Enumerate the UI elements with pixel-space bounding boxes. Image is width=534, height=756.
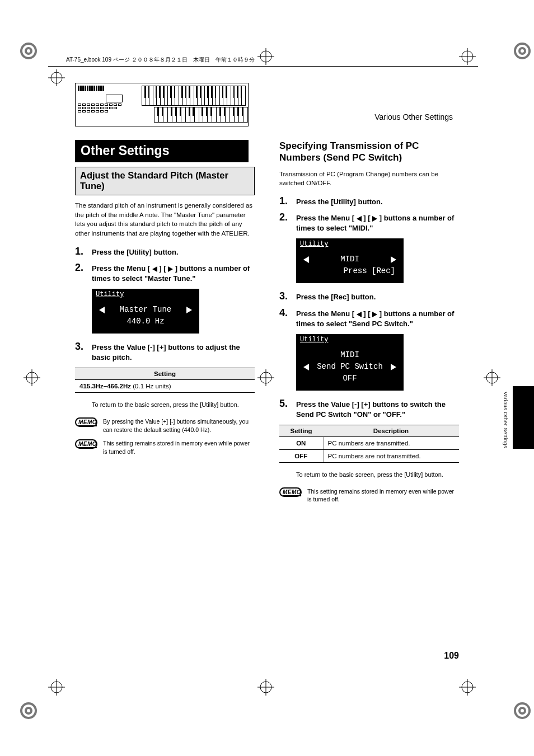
left-arrow-icon [303,256,309,263]
right-arrow-icon [391,256,396,263]
step-text: Press the [Rec] button. [296,291,376,302]
setting-table: Setting 415.3Hz–466.2Hz (0.1 Hz units) [75,368,255,393]
memo-text: This setting remains stored in memory ev… [307,487,459,504]
step-text-fragment: Press the Menu [ [296,214,357,222]
step-number: 2. [279,212,292,222]
memo-badge-icon: MEMO [75,417,97,427]
step-4: 4. Press the Menu [ ] [ ] buttons a numb… [279,308,459,328]
registration-mark-icon [19,41,38,60]
memo-text: This setting remains stored in memory ev… [103,439,255,456]
step-number: 1. [75,246,87,256]
step-2: 2. Press the Menu [ ] [ ] buttons a numb… [75,262,255,283]
memo-item: MEMO This setting remains stored in memo… [279,487,459,504]
table-header: Setting [75,368,255,380]
print-header-text: AT-75_e.book 109 ページ ２００８年８月２１日 木曜日 午前１０… [66,56,255,64]
right-arrow-outline-icon [391,364,396,370]
lcd-line2: 440.0 Hz [127,316,164,327]
step-text: Press the Value [-] [+] buttons to adjus… [92,341,255,362]
table-header-description: Description [323,425,459,437]
lcd-line3: OFF [343,373,357,384]
lcd-line2: Send PC Switch [317,361,383,373]
keyboard-upper-icon [142,86,246,106]
left-arrow-outline-icon [303,364,309,370]
right-arrow-icon [168,266,173,272]
table-value-rest: (0.1 Hz units) [131,383,171,389]
lcd-title: Utility [297,335,403,345]
setting-description-table: Setting Description ON PC numbers are tr… [279,425,459,463]
svg-point-3 [27,49,30,53]
step-text: Press the Menu [ ] [ ] buttons a number … [296,308,459,328]
svg-point-7 [521,49,524,53]
keyboard-lower-icon [154,107,248,123]
memo-item: MEMO This setting remains stored in memo… [75,439,255,456]
product-illustration [75,83,249,126]
header-rule [48,66,478,67]
section-title-send-pc: Specifying Transmission of PC Numbers (S… [279,140,459,164]
lcd-line2: Press [Rec] [300,265,400,277]
lcd-title: Utility [92,289,199,299]
step-number: 1. [279,196,292,206]
step-5: 5. Press the Value [-] [+] buttons to sw… [279,398,459,419]
memo-text: By pressing the Value [+] [-] buttons si… [103,417,255,434]
table-row: OFF PC numbers are not transmitted. [279,450,459,463]
step-text: Press the Menu [ ] [ ] buttons a number … [296,212,459,233]
table-cell-setting: OFF [279,450,323,463]
crosshair-icon [48,69,65,86]
left-arrow-icon [99,307,105,313]
lcd-line1: Master Tune [120,304,171,316]
crosshair-icon [48,679,65,696]
table-cell-description: PC numbers are transmitted. [323,437,459,450]
step-number: 5. [279,398,292,408]
lcd-line1: MIDI [340,253,359,265]
step-text-fragment: ] [ [362,309,373,318]
memo-badge-icon: MEMO [75,439,97,449]
crosshair-icon [484,369,500,386]
step-1: 1. Press the [Utility] button. [279,196,459,207]
table-header-setting: Setting [279,425,323,437]
step-text-fragment: ] [ [157,264,168,273]
crosshair-icon [459,679,476,696]
section-intro: Transmission of PC (Program Change) numb… [279,170,459,188]
registration-mark-icon [513,701,532,720]
lcd-master-tune: Utility Master Tune 440.0 Hz [92,289,199,334]
step-text-fragment: ] [ [362,214,373,222]
side-tab-label: Various Other Settings [503,392,508,448]
table-row: ON PC numbers are transmitted. [279,437,459,450]
crosshair-icon [459,48,476,65]
section-title-master-tune: Adjust the Standard Pitch (Master Tune) [75,167,255,195]
table-cell-setting: ON [279,437,323,450]
step-3: 3. Press the Value [-] [+] buttons to ad… [75,341,255,362]
svg-point-11 [27,709,30,712]
lcd-title: Utility [297,239,403,249]
step-text: Press the [Utility] button. [92,246,179,257]
registration-mark-icon [19,701,38,720]
memo-item: MEMO By pressing the Value [+] [-] butto… [75,417,255,434]
step-number: 3. [279,291,292,301]
left-arrow-icon [357,312,362,317]
page-number: 109 [444,651,459,661]
lcd-midi: Utility MIDI Press [Rec] [296,238,404,283]
chapter-title: Other Settings [75,140,249,162]
step-text: Press the [Utility] button. [296,196,383,207]
step-1: 1. Press the [Utility] button. [75,246,255,257]
right-arrow-icon [372,216,377,222]
step-2: 2. Press the Menu [ ] [ ] buttons a numb… [279,212,459,233]
running-head: Various Other Settings [374,112,453,121]
crosshair-icon [257,679,274,696]
right-arrow-icon [186,307,192,313]
thumb-index-tab [513,386,534,449]
step-number: 3. [75,341,87,351]
section-intro: The standard pitch of an instrument is g… [75,201,255,238]
left-arrow-icon [357,216,362,222]
step-number: 4. [279,308,292,318]
memo-badge-icon: MEMO [279,487,302,497]
step-number: 2. [75,262,87,273]
registration-mark-icon [513,41,532,60]
crosshair-icon [257,48,274,65]
table-cell-description: PC numbers are not transmitted. [323,450,459,463]
step-3: 3. Press the [Rec] button. [279,291,459,302]
table-value-bold: 415.3Hz–466.2Hz [79,383,131,389]
lcd-send-pc: Utility MIDI Send PC Switch OFF [296,334,404,391]
return-note: To return to the basic screen, press the… [92,401,255,409]
svg-point-15 [521,709,524,712]
